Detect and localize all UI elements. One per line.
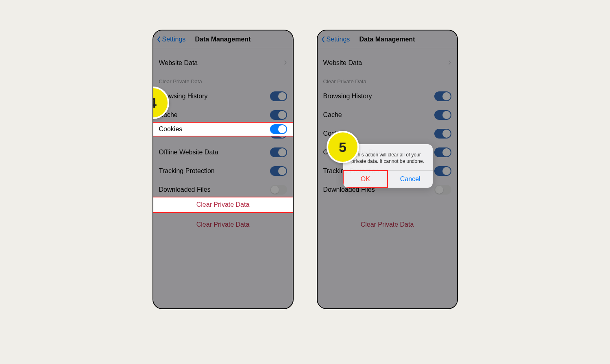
- alert-ok-label: OK: [361, 176, 370, 182]
- chevron-right-icon: [284, 59, 287, 67]
- website-data-label: Website Data: [159, 59, 198, 67]
- highlight-clear-private-data[interactable]: Clear Private Data: [152, 197, 294, 213]
- website-data-label: Website Data: [323, 59, 362, 67]
- nav-bar: Settings Data Management: [318, 30, 457, 48]
- alert-cancel-label: Cancel: [400, 176, 420, 182]
- toggle-row-browsing-history[interactable]: Browsing History: [318, 87, 457, 106]
- toggle-label: Browsing History: [323, 93, 372, 100]
- page-title: Data Management: [318, 36, 457, 43]
- toggle-switch[interactable]: [270, 110, 287, 120]
- toggle-row-browsing-history[interactable]: Browsing History: [153, 87, 293, 106]
- toggle-switch[interactable]: [270, 185, 287, 195]
- toggle-switch[interactable]: [434, 166, 451, 176]
- toggle-switch[interactable]: [270, 91, 287, 101]
- section-header-clear-private-data: Clear Private Data: [153, 71, 293, 87]
- clear-private-data-button[interactable]: Clear Private Data: [323, 216, 451, 233]
- step-number: 5: [339, 139, 346, 155]
- toggle-switch[interactable]: [434, 147, 451, 157]
- toggle-switch[interactable]: [270, 166, 287, 176]
- toggle-row-tracking-protection[interactable]: Tracking Protection: [153, 162, 293, 180]
- toggle-label: Downloaded Files: [159, 186, 211, 193]
- clear-private-data-button[interactable]: Clear Private Data: [159, 216, 287, 233]
- chevron-right-icon: [448, 59, 451, 67]
- alert-cancel-button[interactable]: Cancel: [388, 171, 433, 188]
- alert-ok-button[interactable]: OK: [343, 171, 388, 188]
- toggle-switch[interactable]: [434, 185, 451, 195]
- toggle-switch[interactable]: [270, 124, 287, 134]
- toggle-row-offline-website-data[interactable]: Offline Website Data: [153, 143, 293, 162]
- website-data-row[interactable]: Website Data: [153, 55, 293, 71]
- clear-private-data-label: Clear Private Data: [196, 201, 250, 208]
- toggle-switch[interactable]: [434, 129, 451, 139]
- toggle-switch[interactable]: [434, 110, 451, 120]
- toggle-label: Cache: [323, 111, 342, 119]
- toggle-label: Tracking Protection: [159, 167, 215, 175]
- toggle-row-cache[interactable]: Cache: [318, 106, 457, 124]
- phone-screenshot-step-4: Settings Data Management Website Data Cl…: [152, 30, 294, 309]
- toggle-switch[interactable]: [270, 147, 287, 157]
- website-data-row[interactable]: Website Data: [318, 55, 457, 71]
- section-header-clear-private-data: Clear Private Data: [318, 71, 457, 87]
- toggle-label: Offline Website Data: [159, 149, 218, 156]
- toggle-label: Cookies: [159, 126, 183, 133]
- toggle-switch[interactable]: [434, 91, 451, 101]
- highlight-cookies-row[interactable]: Cookies: [152, 122, 294, 136]
- step-badge-5: 5: [327, 131, 359, 163]
- step-number: 4: [152, 95, 157, 111]
- page-title: Data Management: [153, 36, 293, 43]
- alert-buttons: OK Cancel: [343, 170, 433, 188]
- nav-bar: Settings Data Management: [153, 30, 293, 48]
- phone-screenshot-step-5: Settings Data Management Website Data Cl…: [317, 30, 458, 309]
